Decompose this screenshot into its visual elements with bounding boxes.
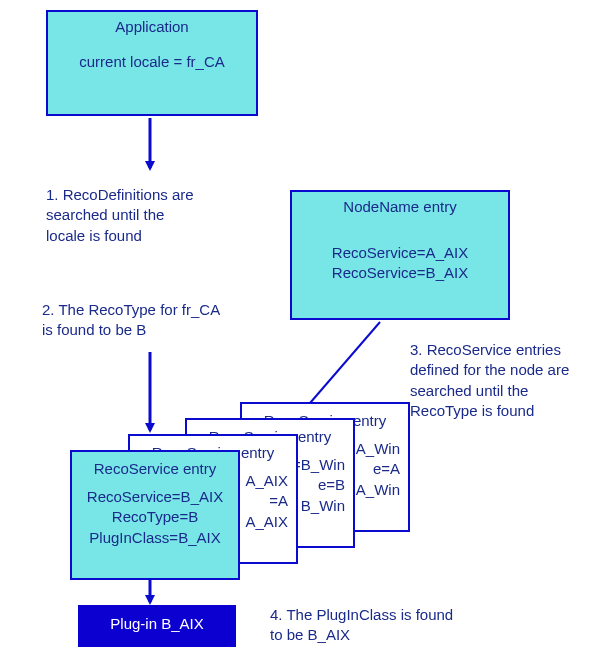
nodename-line1: RecoService=A_AIX	[300, 243, 500, 263]
diagram-stage: Application current locale = fr_CA 1. Re…	[0, 0, 610, 660]
svg-line-2	[304, 322, 380, 410]
note-3: 3. RecoService entries defined for the n…	[410, 340, 600, 421]
application-title: Application	[56, 18, 248, 35]
note-2: 2. The RecoType for fr_CA is found to be…	[42, 300, 227, 341]
application-box: Application current locale = fr_CA	[46, 10, 258, 116]
nodename-title: NodeName entry	[300, 198, 500, 215]
plugin-box: Plug-in B_AIX	[78, 605, 236, 647]
note-4: 4. The PlugInClass is found to be B_AIX	[270, 605, 460, 646]
recoservice-card-1-l3: PlugInClass=B_AIX	[80, 528, 230, 548]
nodename-box: NodeName entry RecoService=A_AIX RecoSer…	[290, 190, 510, 320]
recoservice-card-1-l1: RecoService=B_AIX	[80, 487, 230, 507]
nodename-line2: RecoService=B_AIX	[300, 263, 500, 283]
note-1: 1. RecoDefinitions are searched until th…	[46, 185, 206, 246]
recoservice-card-1-title: RecoService entry	[80, 460, 230, 477]
plugin-label: Plug-in B_AIX	[110, 615, 203, 632]
recoservice-card-1-l2: RecoType=B	[80, 507, 230, 527]
application-locale: current locale = fr_CA	[56, 53, 248, 70]
recoservice-card-1: RecoService entry RecoService=B_AIX Reco…	[70, 450, 240, 580]
